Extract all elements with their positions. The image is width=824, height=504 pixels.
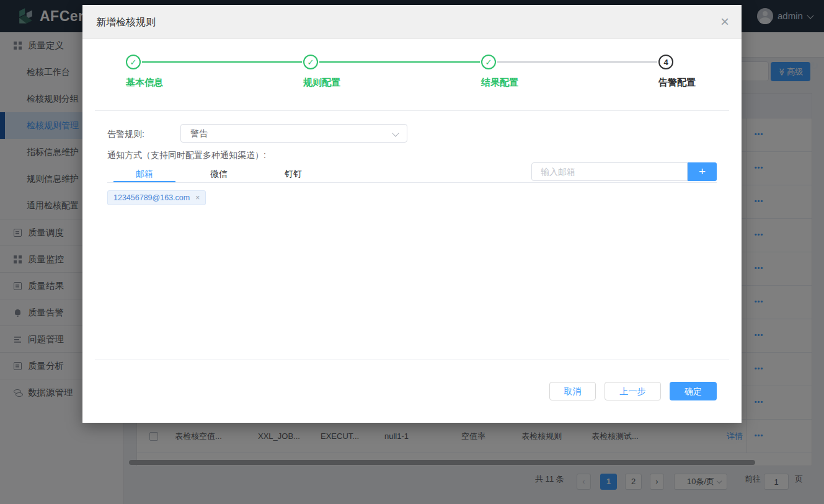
email-tag-text: 123456789@163.com <box>113 193 190 202</box>
step-connector-2 <box>319 61 480 63</box>
step-1-label: 基本信息 <box>126 77 163 89</box>
step-3-check-icon: ✓ <box>481 55 496 69</box>
divider <box>95 360 729 360</box>
step-1-check-icon: ✓ <box>126 55 141 69</box>
alert-rule-value: 警告 <box>190 125 208 142</box>
step-connector-3 <box>497 61 657 63</box>
tab-dingtalk[interactable]: 钉钉 <box>262 165 324 182</box>
email-tag: 123456789@163.com × <box>107 190 206 205</box>
modal-title: 新增检核规则 <box>96 5 156 39</box>
tab-email[interactable]: 邮箱 <box>113 165 175 182</box>
step-connector-1 <box>142 61 302 63</box>
previous-step-button[interactable]: 上一步 <box>605 382 661 400</box>
add-check-rule-modal: 新增检核规则 × ✓ ✓ ✓ 4 基本信息 规则配置 结果配置 告警配置 告警规… <box>82 5 742 423</box>
email-input[interactable] <box>531 162 688 181</box>
step-4-number-icon: 4 <box>658 55 673 69</box>
tabs-divider <box>107 182 717 183</box>
notify-method-label: 通知方式（支持同时配置多种通知渠道）: <box>107 150 266 161</box>
step-3-label: 结果配置 <box>481 77 518 89</box>
remove-tag-icon[interactable]: × <box>195 193 200 202</box>
cancel-button[interactable]: 取消 <box>549 382 596 400</box>
add-email-button[interactable]: + <box>688 162 717 181</box>
chevron-down-icon <box>392 130 399 136</box>
modal-header: 新增检核规则 × <box>82 5 742 39</box>
alert-rule-label: 告警规则: <box>107 129 144 140</box>
step-2-label: 规则配置 <box>303 77 340 89</box>
confirm-button[interactable]: 确定 <box>670 382 717 400</box>
step-2-check-icon: ✓ <box>303 55 318 69</box>
divider <box>95 110 729 111</box>
close-icon[interactable]: × <box>720 13 729 30</box>
active-tab-underline <box>113 181 175 182</box>
tab-wechat[interactable]: 微信 <box>188 165 250 182</box>
screen: AFCent admin 质量定义 检核工作台 检核规则分组 检核规则管理 指标… <box>0 0 824 504</box>
alert-rule-select[interactable]: 警告 <box>180 124 407 143</box>
step-4-label: 告警配置 <box>658 77 696 89</box>
